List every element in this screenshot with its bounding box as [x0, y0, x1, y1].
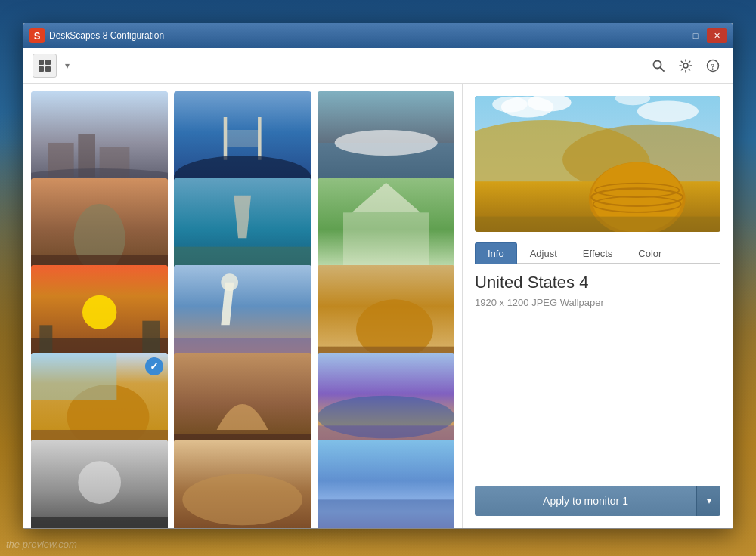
thumbnail-14[interactable]: [174, 440, 311, 528]
wallpaper-name: United States 4: [475, 273, 720, 292]
help-icon: ?: [706, 59, 720, 73]
view-toggle-button[interactable]: [33, 54, 57, 78]
svg-rect-0: [39, 60, 44, 65]
window-title: DeskScapes 8 Configuration: [49, 30, 665, 41]
view-dropdown-arrow[interactable]: ▾: [60, 54, 75, 78]
toolbar-right: ?: [648, 55, 723, 76]
app-icon: S: [29, 28, 45, 43]
svg-point-56: [183, 474, 303, 525]
grid-view-icon: [38, 59, 51, 73]
svg-point-6: [683, 63, 688, 68]
svg-rect-54: [31, 517, 168, 528]
close-button[interactable]: ✕: [707, 28, 727, 43]
svg-rect-29: [343, 213, 429, 273]
search-icon: [652, 59, 665, 73]
gear-icon: [679, 59, 692, 73]
svg-point-72: [637, 100, 699, 122]
detail-spacer: [475, 308, 720, 477]
window-body: ▾ ?: [23, 48, 733, 528]
svg-point-70: [492, 97, 527, 113]
thumbnail-15[interactable]: [318, 440, 454, 528]
svg-rect-58: [318, 499, 454, 528]
gallery-grid: ✓: [23, 84, 462, 528]
search-button[interactable]: [648, 55, 669, 76]
tab-adjust[interactable]: Adjust: [517, 242, 570, 264]
watermark: the preview.com: [6, 539, 77, 550]
tab-effects[interactable]: Effects: [570, 242, 626, 264]
help-button[interactable]: ?: [702, 55, 723, 76]
svg-rect-2: [39, 66, 44, 72]
tab-bar: Info Adjust Effects Color: [475, 242, 720, 264]
window-controls: ─ □ ✕: [665, 28, 727, 43]
svg-rect-1: [45, 60, 51, 65]
svg-rect-46: [31, 353, 116, 400]
detail-panel: Info Adjust Effects Color United States …: [462, 84, 733, 528]
preview-image-container: [475, 96, 720, 232]
tab-info[interactable]: Info: [475, 242, 517, 264]
wallpaper-meta: 1920 x 1200 JPEG Wallpaper: [475, 297, 720, 308]
apply-dropdown-button[interactable]: ▾: [696, 486, 720, 516]
preview-image-svg: [475, 96, 720, 232]
apply-bar: Apply to monitor 1 ▾: [475, 486, 720, 516]
gallery-panel: ✓: [23, 84, 462, 528]
svg-line-5: [661, 67, 665, 71]
apply-button[interactable]: Apply to monitor 1: [475, 486, 696, 516]
thumbnail-13[interactable]: [31, 440, 168, 528]
svg-rect-3: [45, 66, 51, 72]
maximize-button[interactable]: □: [686, 28, 705, 43]
content-area: ✓: [23, 84, 733, 528]
svg-rect-73: [475, 217, 720, 232]
svg-point-53: [78, 461, 121, 504]
minimize-button[interactable]: ─: [665, 28, 684, 43]
svg-text:?: ?: [711, 62, 715, 70]
settings-button[interactable]: [675, 55, 696, 76]
svg-point-32: [82, 295, 116, 329]
main-window: S DeskScapes 8 Configuration ─ □ ✕ ▾: [23, 23, 733, 529]
title-bar: S DeskScapes 8 Configuration ─ □ ✕: [23, 23, 733, 48]
selected-checkmark: ✓: [145, 357, 163, 375]
svg-point-38: [222, 274, 239, 292]
svg-point-21: [334, 130, 437, 156]
tab-color[interactable]: Color: [625, 242, 674, 264]
toolbar-left: ▾: [33, 54, 75, 78]
toolbar: ▾ ?: [23, 48, 733, 84]
